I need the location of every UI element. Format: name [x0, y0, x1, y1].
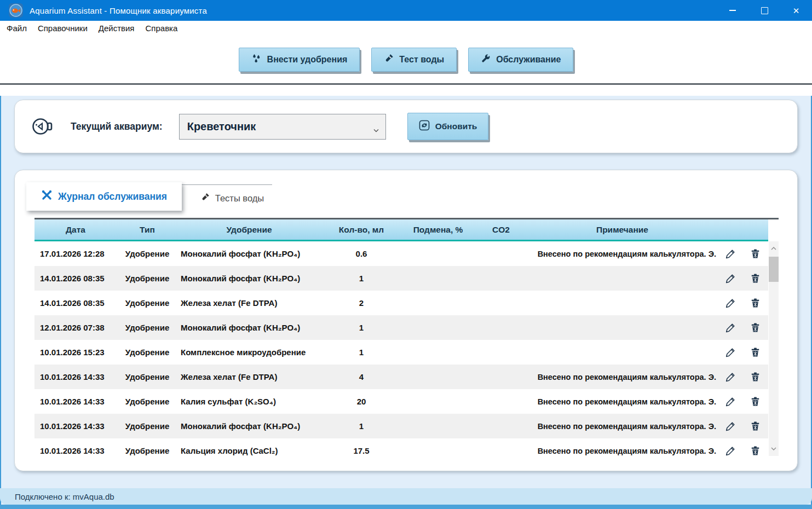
table-row[interactable]: 17.01.2026 12:28 Удобрение Монокалий фос…: [34, 241, 768, 266]
edit-row-button[interactable]: [725, 421, 736, 431]
table-row[interactable]: 14.01.2026 08:35 Удобрение Железа хелат …: [34, 291, 768, 315]
add-fertilizer-label: Внести удобрения: [267, 55, 348, 65]
scrollbar-thumb[interactable]: [769, 257, 779, 282]
current-aquarium-label: Текущий аквариум:: [71, 121, 163, 132]
table-scrollbar[interactable]: [769, 241, 779, 456]
cell-type: Удобрение: [117, 323, 178, 332]
menu-file[interactable]: Файл: [1, 24, 32, 33]
cell-fertilizer: Монокалий фосфат (KH₂PO₄): [178, 274, 320, 283]
edit-row-button[interactable]: [725, 396, 736, 407]
trash-icon: [750, 347, 761, 357]
trash-icon: [750, 372, 761, 382]
table-row[interactable]: 10.01.2026 15:23 Удобрение Комплексное м…: [34, 340, 768, 365]
scroll-up-button[interactable]: [769, 244, 779, 253]
aquarium-select[interactable]: Креветочник: [179, 114, 386, 140]
delete-row-button[interactable]: [750, 322, 761, 333]
status-bar: Подключено к: mvAqua.db: [0, 488, 812, 505]
cell-date: 14.01.2026 08:35: [34, 298, 117, 308]
cell-quantity: 1: [320, 274, 402, 283]
window-title: Aquarium Assistant - Помощник аквариумис…: [30, 6, 207, 15]
log-panel: Журнал обслуживания Тесты воды Дата Тип …: [14, 170, 798, 471]
tab-maintenance-log[interactable]: Журнал обслуживания: [26, 182, 182, 211]
edit-row-button[interactable]: [725, 347, 736, 357]
aquarium-select-value: Креветочник: [187, 120, 256, 133]
col-header-date: Дата: [34, 225, 117, 235]
cell-type: Удобрение: [117, 421, 178, 431]
cell-fertilizer: Калия сульфат (K₂SO₄): [178, 397, 320, 406]
edit-row-button[interactable]: [725, 322, 736, 333]
window-controls: ✕: [717, 0, 812, 21]
delete-row-button[interactable]: [750, 421, 761, 431]
delete-row-button[interactable]: [750, 446, 761, 456]
cell-date: 10.01.2026 15:23: [34, 348, 117, 357]
cell-type: Удобрение: [117, 274, 178, 283]
delete-row-button[interactable]: [750, 273, 761, 284]
maximize-button[interactable]: [748, 0, 780, 21]
close-icon: ✕: [793, 7, 800, 15]
close-button[interactable]: ✕: [780, 0, 812, 21]
table-row[interactable]: 12.01.2026 07:38 Удобрение Монокалий фос…: [34, 315, 768, 340]
delete-row-button[interactable]: [750, 298, 761, 308]
chevron-up-icon: [771, 247, 776, 250]
menu-help[interactable]: Справка: [140, 24, 183, 33]
cell-fertilizer: Кальция хлорид (CaCl₂): [178, 446, 320, 455]
table-row[interactable]: 10.01.2026 14:33 Удобрение Железа хелат …: [34, 365, 768, 389]
row-actions: [716, 322, 768, 333]
edit-row-button[interactable]: [725, 298, 736, 308]
tab-water-tests-label: Тесты воды: [215, 193, 264, 204]
pencil-icon: [725, 248, 736, 259]
cell-quantity: 17.5: [320, 446, 402, 455]
cell-fertilizer: Комплексное микроудобрение: [178, 348, 320, 357]
cell-type: Удобрение: [117, 397, 178, 406]
row-actions: [716, 396, 768, 407]
edit-row-button[interactable]: [725, 273, 736, 284]
menu-actions[interactable]: Действия: [93, 24, 140, 33]
edit-row-button[interactable]: [725, 248, 736, 259]
delete-row-button[interactable]: [750, 347, 761, 357]
row-actions: [716, 421, 768, 431]
cell-quantity: 2: [320, 298, 402, 308]
col-header-type: Тип: [117, 225, 178, 235]
fertilizer-drops-icon: [251, 54, 262, 66]
scroll-down-button[interactable]: [769, 444, 779, 454]
delete-row-button[interactable]: [750, 248, 761, 259]
col-header-co2: CO2: [474, 225, 528, 235]
table-row[interactable]: 14.01.2026 08:35 Удобрение Монокалий фос…: [34, 266, 768, 291]
add-fertilizer-button[interactable]: Внести удобрения: [239, 48, 360, 72]
cell-note: Внесено по рекомендациям калькулятора. Э…: [528, 373, 716, 381]
tab-water-tests[interactable]: Тесты воды: [188, 185, 277, 211]
pencil-icon: [725, 347, 736, 357]
cell-note: Внесено по рекомендациям калькулятора. Э…: [528, 422, 716, 431]
table-row[interactable]: 10.01.2026 14:33 Удобрение Кальция хлори…: [34, 438, 768, 456]
pencil-icon: [725, 298, 736, 308]
pencil-icon: [725, 372, 736, 382]
pencil-icon: [725, 396, 736, 407]
row-actions: [716, 273, 768, 284]
cell-fertilizer: Монокалий фосфат (KH₂PO₄): [178, 421, 320, 431]
fish-icon: [30, 115, 54, 137]
table-row[interactable]: 10.01.2026 14:33 Удобрение Монокалий фос…: [34, 414, 768, 438]
refresh-button[interactable]: Обновить: [407, 113, 489, 140]
trash-icon: [750, 322, 761, 333]
col-header-note: Примечание: [528, 225, 716, 235]
cell-quantity: 1: [320, 348, 402, 357]
table-header: Дата Тип Удобрение Кол-во, мл Подмена, %…: [34, 219, 768, 241]
trash-icon: [750, 298, 761, 308]
minimize-button[interactable]: [717, 0, 748, 21]
cell-type: Удобрение: [117, 372, 178, 381]
edit-row-button[interactable]: [725, 446, 736, 456]
edit-row-button[interactable]: [725, 372, 736, 382]
pencil-icon: [725, 273, 736, 284]
wrench-icon: [481, 54, 491, 66]
maintenance-button[interactable]: Обслуживание: [468, 48, 573, 72]
window-left-border: [0, 83, 1, 509]
cell-fertilizer: Железа хелат (Fe DTPA): [178, 298, 320, 308]
delete-row-button[interactable]: [750, 372, 761, 382]
menu-references[interactable]: Справочники: [32, 24, 93, 33]
table-row[interactable]: 10.01.2026 14:33 Удобрение Калия сульфат…: [34, 389, 768, 414]
app-logo-icon: [9, 3, 23, 18]
delete-row-button[interactable]: [750, 396, 761, 407]
col-header-water-change: Подмена, %: [402, 225, 474, 235]
trash-icon: [750, 273, 761, 284]
water-test-button[interactable]: Тест воды: [371, 48, 457, 72]
